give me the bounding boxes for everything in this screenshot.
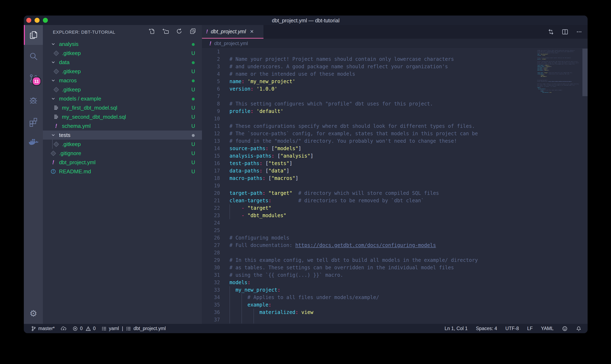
yaml-file-icon: ! [50,159,56,166]
tree-item-label: .gitkeep [62,68,81,75]
status-checklist[interactable]: dbt_project.yml [126,326,166,331]
tree-item-dbt-project-yml[interactable]: !dbt_project.ymlU [43,158,202,167]
tree-item-readme-md[interactable]: README.mdU [43,167,202,176]
new-file-icon[interactable] [149,28,155,35]
settings-gear-icon[interactable]: ⚙ [24,308,43,318]
activity-source-control-icon[interactable]: 11 [24,68,43,88]
folder-changes-dot [192,79,195,82]
code-line: 19 [202,182,588,189]
tree-item-my-first-dbt-model-sql[interactable]: my_first_dbt_model.sqlU [43,103,202,112]
status-yaml[interactable]: YAML [541,326,554,331]
tree-item--gitkeep[interactable]: .gitkeepU [43,49,202,58]
code-line: 23 - "dbt_modules" [202,212,588,219]
editor-scrollbar[interactable] [583,49,588,96]
status-warning[interactable]: 0 [85,326,96,331]
new-folder-icon[interactable] [162,28,169,35]
chevron-down-icon [51,78,56,83]
open-changes-icon[interactable] [547,28,555,35]
tree-item--gitkeep[interactable]: .gitkeepU [43,85,202,94]
status-ln-1-col-1[interactable]: Ln 1, Col 1 [445,326,468,331]
code-line: 3# and underscores. A good package name … [202,63,588,70]
status-lf[interactable]: LF [527,326,533,331]
tree-item--gitignore[interactable]: .gitignoreU [43,149,202,158]
activity-bar: 11⚙ [24,25,43,324]
status-utf-8[interactable]: UTF-8 [505,326,519,331]
breadcrumb[interactable]: ! dbt_project.yml [202,39,588,48]
folder-changes-dot [192,98,195,101]
activity-explorer-icon[interactable] [24,25,43,45]
minimap[interactable]: # Name your project! Project names shoul… [538,49,582,322]
code-line: 18macro-paths: ["macros"] [202,175,588,182]
code-line: 9profile: 'default' [202,107,588,115]
tree-item-label: tests [59,132,70,138]
git-status-badge: U [190,87,196,93]
activity-run-debug-icon[interactable] [24,91,43,110]
yaml-file-icon: ! [209,40,211,47]
activity-docker-icon[interactable] [24,132,43,152]
code-line: 22 - "target" [202,204,588,212]
git-file-icon [53,51,59,55]
more-actions-icon[interactable] [576,28,583,35]
chevron-down-icon [51,96,56,101]
code-line: 4# name or the intended use of these mod… [202,70,588,78]
status-bell[interactable] [576,326,581,332]
code-line: 26# Configuring models [202,234,588,242]
tab-dbt-project-yml[interactable]: ! dbt_project.yml × [202,25,264,39]
code-editor[interactable]: 12# Name your project! Project names sho… [202,48,588,324]
tree-item-label: .gitkeep [62,50,81,56]
tree-item--gitkeep[interactable]: .gitkeepU [43,140,202,149]
code-line: 35 example: [202,301,588,309]
code-line: 34 # Applies to all files under models/e… [202,294,588,301]
tree-item-label: README.md [59,168,91,175]
code-line: 25 [202,227,588,234]
tree-item-my-second-dbt-model-sql[interactable]: my_second_dbt_model.sqlU [43,112,202,121]
tree-item-schema-yml[interactable]: !schema.ymlU [43,121,202,130]
collapse-folders-icon[interactable] [190,28,196,35]
checklist-icon [101,326,107,331]
code-line: 2# Name your project! Project names shou… [202,55,588,63]
code-line: 13# found in the "models/" directory. Yo… [202,137,588,145]
status-spaces-4[interactable]: Spaces: 4 [476,326,497,331]
code-line: 6version: '1.0.0' [202,85,588,93]
split-editor-icon[interactable] [561,28,569,35]
activity-extensions-icon[interactable] [24,112,43,132]
tree-item-models-example[interactable]: models / example [43,94,202,103]
tree-item-data[interactable]: data [43,58,202,67]
tree-item-tests[interactable]: tests [43,130,202,140]
tree-item-macros[interactable]: macros [43,76,202,85]
editor-group: ! dbt_project.yml × ! dbt_project.yml 12… [202,25,588,324]
tree-item-label: macros [59,77,77,84]
code-line: 8# This setting configures which "profil… [202,100,588,107]
explorer-sidebar: EXPLORER: DBT-TUTORIAL analysis.gitkeepU… [43,25,202,324]
status-error[interactable]: 0 [72,326,83,331]
tree-item-label: .gitignore [59,150,81,156]
folder-changes-dot [192,61,195,64]
code-line: 1 [202,48,588,55]
status-checklist[interactable]: yaml [101,326,119,331]
yaml-file-icon: ! [53,123,59,129]
code-line: 29# In this example config, we tell dbt … [202,257,588,264]
code-line: 37 [202,316,588,324]
tree-item-label: data [59,59,69,65]
tree-item--gitkeep[interactable]: .gitkeepU [43,67,202,76]
git-status-badge: U [190,141,196,147]
titlebar: dbt_project.yml — dbt-tutorial [24,15,588,25]
tab-label: dbt_project.yml [211,28,246,35]
code-line: 14source-paths: ["models"] [202,145,588,152]
refresh-explorer-icon[interactable] [176,28,182,35]
status-smiley[interactable] [562,326,568,332]
tree-item-analysis[interactable]: analysis [43,39,202,49]
explorer-title: EXPLORER: DBT-TUTORIAL [53,30,115,35]
status--[interactable]: | [122,326,123,331]
code-line: 24 [202,219,588,227]
sql-file-icon [53,114,59,119]
activity-search-icon[interactable] [24,47,43,66]
status-bar: master*00yaml|dbt_project.yml Ln 1, Col … [24,324,588,333]
chevron-down-icon [51,60,56,65]
git-status-badge: U [190,105,196,111]
status-branch[interactable]: master* [31,326,55,331]
status-cloud-upload[interactable] [60,326,67,331]
git-file-icon [53,69,59,73]
git-file-icon [53,142,59,146]
close-tab-icon[interactable]: × [250,28,254,35]
